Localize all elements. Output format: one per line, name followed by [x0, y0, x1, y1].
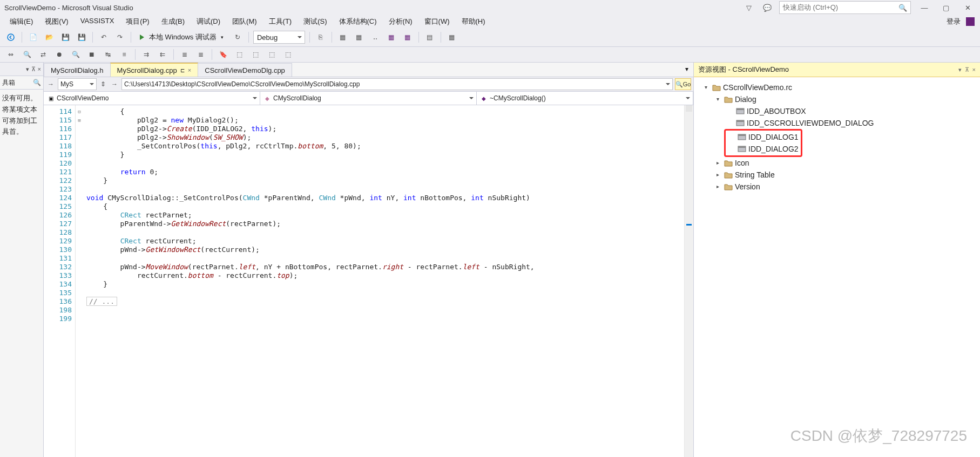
menu-工具t[interactable]: 工具(T): [263, 16, 298, 28]
nav-scope-icon[interactable]: →: [46, 78, 56, 91]
tree-item-idd_dialog1[interactable]: IDD_DIALOG1: [728, 131, 799, 143]
close-button[interactable]: ✕: [959, 2, 976, 13]
menu-体系结构c[interactable]: 体系结构(C): [334, 16, 382, 28]
tab-overflow-icon[interactable]: ▾: [682, 65, 691, 73]
redo-icon[interactable]: ↷: [113, 31, 126, 44]
class-combo[interactable]: ◆CMyScrollDialog: [260, 92, 477, 105]
nav-path-icon[interactable]: →: [110, 78, 119, 91]
toolbar-icon-6[interactable]: ▦: [401, 31, 414, 44]
undo-icon[interactable]: ↶: [97, 31, 110, 44]
class-bar: ▣CScrollViewDemo ◆CMyScrollDialog ◆~CMyS…: [44, 92, 693, 105]
tree-item-idd_aboutbox[interactable]: IDD_ABOUTBOX: [698, 105, 976, 117]
toolbar-icon-7[interactable]: ▤: [423, 31, 436, 44]
nav-path-combo[interactable]: C:\Users\14713\Desktop\CScrollViewDemo\C…: [121, 78, 673, 90]
code-text[interactable]: { pDlg2 = new MyDialog2(); pDlg2->Create…: [83, 105, 693, 457]
tree-item-icon[interactable]: ▸Icon: [698, 157, 976, 169]
member-combo[interactable]: ◆~CMyScrollDialog(): [477, 92, 693, 105]
tb2-icon-9[interactable]: ⇉: [140, 48, 153, 61]
notify-icon[interactable]: ▽: [742, 1, 755, 14]
tb2-icon-13[interactable]: 🔖: [217, 48, 229, 61]
tree-item-version[interactable]: ▸Version: [698, 181, 976, 193]
tb2-icon-6[interactable]: ⏹: [85, 48, 98, 61]
close-icon[interactable]: ×: [188, 67, 191, 73]
tb2-icon-7[interactable]: ↹: [102, 48, 114, 61]
toolbox-search[interactable]: 具箱 🔍: [0, 76, 43, 90]
tb2-icon-16[interactable]: ⬚: [265, 48, 278, 61]
open-icon[interactable]: 📂: [43, 31, 56, 44]
tree-item-string-table[interactable]: ▸String Table: [698, 169, 976, 181]
tree-item-cscrollviewdemo-rc[interactable]: ▾CScrollViewDemo.rc: [698, 81, 976, 93]
tb2-icon-2[interactable]: 🔍: [21, 48, 33, 61]
menu-生成b[interactable]: 生成(B): [156, 16, 190, 28]
project-combo[interactable]: ▣CScrollViewDemo: [44, 92, 260, 105]
go-button[interactable]: 🔍Go: [675, 78, 691, 90]
tab-myscrolldialog-cpp[interactable]: MyScrollDialog.cpp ⊏×: [110, 63, 199, 77]
pin-icon[interactable]: ⊏: [180, 67, 185, 73]
feedback-icon[interactable]: 💬: [761, 1, 774, 14]
tab-cscrollviewdemodlg-cpp[interactable]: CScrollViewDemoDlg.cpp: [198, 63, 292, 77]
tree-item-idd_cscrollviewdemo_dialog[interactable]: IDD_CSCROLLVIEWDEMO_DIALOG: [698, 117, 976, 129]
fold-column[interactable]: ⊟ ⊞: [76, 105, 83, 457]
vertical-scrollbar[interactable]: [684, 105, 693, 457]
save-all-icon[interactable]: 💾: [75, 31, 88, 44]
close-icon[interactable]: ×: [38, 66, 41, 72]
start-debug-button[interactable]: 本地 Windows 调试器▾: [136, 31, 228, 44]
nav-scope-combo[interactable]: MyS: [58, 78, 97, 90]
tree-item-idd_dialog2[interactable]: IDD_DIALOG2: [728, 143, 799, 155]
menu-测试s[interactable]: 测试(S): [298, 16, 332, 28]
toolbar-icon-5[interactable]: ▦: [385, 31, 398, 44]
tb2-icon-8[interactable]: ≡: [118, 48, 131, 61]
toolbar-icon-8[interactable]: ▦: [445, 31, 458, 44]
minimize-button[interactable]: —: [916, 2, 932, 13]
toolbox-header: ▾⊼×: [0, 63, 43, 76]
close-icon[interactable]: ×: [972, 66, 976, 73]
tb2-icon-5[interactable]: 🔍: [69, 48, 82, 61]
tb2-icon-3[interactable]: ⇄: [37, 48, 50, 61]
folder-icon: [724, 171, 733, 179]
menu-分析n[interactable]: 分析(N): [383, 16, 418, 28]
maximize-button[interactable]: ▢: [938, 2, 954, 13]
toolbar-icon-1[interactable]: ⎘: [314, 31, 327, 44]
folder-icon: [724, 183, 733, 190]
toolbar-icon-2[interactable]: ▦: [336, 31, 349, 44]
menu-视图v[interactable]: 视图(V): [39, 16, 73, 28]
tb2-icon-10[interactable]: ⇇: [156, 48, 169, 61]
tree-item-dialog[interactable]: ▾Dialog: [698, 93, 976, 105]
toolbar-icon-3[interactable]: ▦: [353, 31, 366, 44]
tb2-icon-12[interactable]: ≣: [194, 48, 207, 61]
tb2-icon-14[interactable]: ⬚: [233, 48, 246, 61]
search-icon: 🔍: [33, 79, 41, 86]
dropdown-icon[interactable]: ▾: [958, 66, 962, 73]
refresh-icon[interactable]: ↻: [231, 31, 244, 44]
nav-split-icon[interactable]: ⇕: [99, 78, 107, 91]
nav-back-icon[interactable]: [4, 31, 17, 44]
menu-编辑e[interactable]: 编辑(E): [4, 16, 38, 28]
tb2-icon-11[interactable]: ≣: [178, 48, 191, 61]
config-combo[interactable]: Debug: [253, 31, 305, 44]
window-title: ScrollViewDemo - Microsoft Visual Studio: [4, 4, 133, 12]
toolbox-empty-text: 没有可用。将某项文本可将加到工具首。: [0, 90, 43, 141]
new-item-icon[interactable]: 📄: [26, 31, 39, 44]
menu-团队m[interactable]: 团队(M): [227, 16, 262, 28]
pin-icon[interactable]: ⊼: [965, 66, 969, 73]
menu-调试d[interactable]: 调试(D): [191, 16, 226, 28]
pin-icon[interactable]: ⊼: [31, 66, 36, 73]
save-icon[interactable]: 💾: [59, 31, 72, 44]
tb2-icon-4[interactable]: ⏺: [53, 48, 66, 61]
tb2-icon-1[interactable]: ⇔: [4, 48, 17, 61]
resource-tree[interactable]: ▾CScrollViewDemo.rc▾DialogIDD_ABOUTBOXID…: [694, 77, 980, 197]
tab-myscrolldialog-h[interactable]: MyScrollDialog.h: [44, 63, 111, 77]
vs-account-icon[interactable]: [965, 16, 976, 27]
login-link[interactable]: 登录: [947, 17, 961, 26]
menu-vassistx[interactable]: VASSISTX: [75, 16, 120, 28]
menu-项目p[interactable]: 项目(P): [120, 16, 154, 28]
toolbar-icon-4[interactable]: ‥: [369, 31, 382, 44]
code-area[interactable]: 114 115 116 117 118 119 120 121 122 123 …: [44, 105, 693, 457]
svg-rect-0: [966, 17, 975, 26]
menu-窗口w[interactable]: 窗口(W): [419, 16, 455, 28]
tb2-icon-15[interactable]: ⬚: [249, 48, 262, 61]
menu-帮助h[interactable]: 帮助(H): [456, 16, 491, 28]
quick-launch-input[interactable]: 快速启动 (Ctrl+Q) 🔍: [779, 1, 911, 14]
split-handle-icon[interactable]: [686, 105, 692, 112]
tb2-icon-17[interactable]: ⬚: [281, 48, 294, 61]
